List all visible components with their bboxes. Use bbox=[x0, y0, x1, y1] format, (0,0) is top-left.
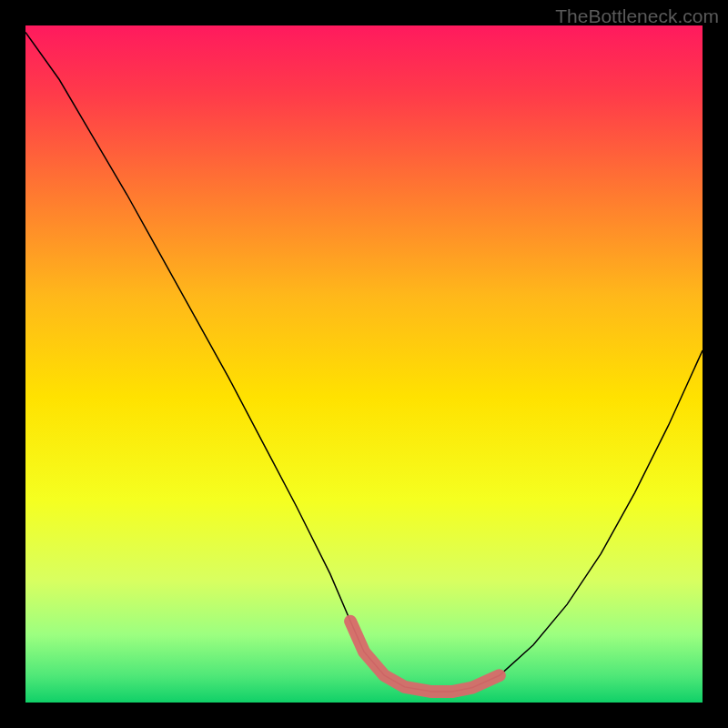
gradient-background bbox=[25, 25, 703, 703]
bottleneck-chart bbox=[0, 0, 728, 728]
watermark-text: TheBottleneck.com bbox=[555, 5, 719, 27]
chart-container: TheBottleneck.com bbox=[0, 0, 728, 728]
